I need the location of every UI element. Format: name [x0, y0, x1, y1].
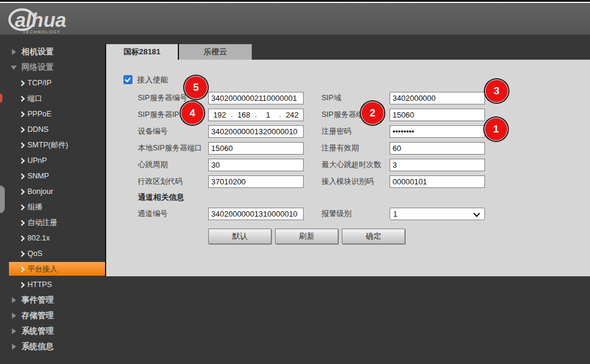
max-heartbeat-timeout-input[interactable] [390, 159, 485, 171]
header-bar: alhua TECHNOLOGY [0, 3, 590, 35]
ip-octet-4[interactable]: 242 [282, 110, 304, 119]
heartbeat-period-input[interactable] [208, 159, 304, 171]
sidebar-item-label: 端口 [27, 91, 42, 106]
sidebar-menu: 相机设置 网络设置 TCP/IP 端口 PPPoE DDNS SMTP(邮件) [0, 44, 105, 354]
channel-row-grid: 通道编号 报警级别 1 [138, 205, 485, 222]
sidebar-item-label: SMTP(邮件) [27, 137, 68, 153]
logo-brand-text: alhua [15, 9, 66, 31]
sidebar-item-port[interactable]: 端口 [0, 91, 105, 106]
sidebar-item-label: Bonjour [27, 184, 53, 199]
sidebar-group-label: 系统信息 [21, 339, 54, 354]
device-id-input[interactable] [208, 125, 304, 138]
field-label-admin-region-code: 行政区划代码 [138, 177, 208, 187]
enable-checkbox[interactable] [123, 75, 132, 84]
annotation-circle-1: 1 [484, 118, 508, 141]
triangle-right-icon [12, 344, 16, 350]
field-label-access-module-id: 接入模块识别码 [322, 177, 390, 187]
dahua-logo: alhua TECHNOLOGY [7, 7, 103, 38]
field-label-sip-domain: SIP域 [322, 93, 390, 103]
sip-server-id-input[interactable] [208, 92, 304, 104]
field-label-channel-id: 通道编号 [138, 209, 208, 219]
sidebar-item-8021x[interactable]: 802.1x [0, 230, 105, 246]
admin-region-code-input[interactable] [208, 175, 304, 188]
chevron-right-icon [19, 81, 25, 87]
sidebar-group-label: 相机设置 [21, 44, 54, 60]
chevron-right-icon [19, 127, 25, 133]
register-password-input[interactable] [390, 125, 485, 138]
chevron-right-icon [19, 143, 25, 149]
sidebar-item-label: 自动注册 [27, 215, 57, 230]
chevron-right-icon [19, 96, 25, 102]
sidebar-group-camera[interactable]: 相机设置 [0, 44, 105, 60]
sip-server-ip-input[interactable]: 192 . 168 . 1 . 242 [208, 109, 304, 121]
sidebar-group-network[interactable]: 网络设置 [0, 60, 105, 75]
sidebar-item-autoregister[interactable]: 自动注册 [0, 215, 105, 230]
sidebar-item-label: DDNS [27, 122, 48, 137]
ip-octet-1[interactable]: 192 [209, 110, 231, 119]
chevron-right-icon [19, 220, 25, 226]
annotation-circle-4: 4 [181, 101, 204, 125]
field-label-device-id: 设备编号 [138, 127, 208, 137]
sidebar-group-event[interactable]: 事件管理 [0, 292, 105, 308]
chevron-right-icon [19, 205, 25, 211]
sidebar-item-multicast[interactable]: 组播 [0, 199, 105, 215]
sidebar-item-smtp[interactable]: SMTP(邮件) [0, 137, 105, 153]
triangle-right-icon [12, 49, 16, 55]
annotation-circle-2: 2 [361, 101, 384, 125]
tab-lechange[interactable]: 乐橙云 [178, 44, 252, 60]
register-validity-input[interactable] [390, 142, 485, 155]
triangle-right-icon [12, 297, 16, 303]
sidebar-item-label: 802.1x [27, 230, 50, 246]
refresh-button[interactable]: 刷新 [275, 229, 338, 244]
sip-server-port-input[interactable] [390, 109, 485, 121]
sidebar-item-qos[interactable]: QoS [0, 246, 105, 261]
channel-section-title: 通道相关信息 [138, 190, 184, 205]
sidebar-group-sysinfo[interactable]: 系统信息 [0, 339, 105, 354]
default-button[interactable]: 默认 [208, 229, 271, 244]
local-sip-port-input[interactable] [208, 142, 304, 155]
annotation-circle-3: 3 [485, 79, 508, 103]
content-panel: 接入使能 SIP服务器编号 SIP域 SIP服务器IP 192 . 168 . … [105, 60, 590, 276]
sidebar-item-label: 组播 [27, 199, 42, 215]
sidebar-item-ddns[interactable]: DDNS [0, 122, 105, 137]
sip-domain-input[interactable] [390, 92, 485, 104]
sidebar-item-label: SNMP [27, 168, 49, 184]
sidebar-group-label: 系统管理 [21, 323, 54, 339]
dahua-config-page: alhua TECHNOLOGY 相机设置 网络设置 TCP/IP 端口 PPP… [0, 0, 590, 364]
sidebar-group-label: 网络设置 [21, 60, 54, 75]
sidebar-item-tcpip[interactable]: TCP/IP [0, 75, 105, 91]
sidebar-item-snmp[interactable]: SNMP [0, 168, 105, 184]
logo-sub-text: TECHNOLOGY [23, 30, 61, 34]
alarm-level-select[interactable]: 1 [390, 208, 485, 220]
sidebar-item-label: TCP/IP [27, 75, 51, 91]
sidebar-item-label: HTTPS [27, 277, 52, 292]
chevron-right-icon [19, 112, 25, 118]
ip-octet-3[interactable]: 1 [257, 110, 279, 119]
chevron-right-icon [19, 236, 25, 242]
sidebar-item-https[interactable]: HTTPS [0, 277, 105, 292]
sidebar-item-bonjour[interactable]: Bonjour [0, 184, 105, 199]
annotation-circle-5: 5 [184, 76, 208, 99]
sidebar-item-upnp[interactable]: UPnP [0, 153, 105, 168]
triangle-right-icon [12, 313, 16, 319]
tab-gb28181[interactable]: 国标28181 [105, 44, 178, 60]
chevron-right-icon [19, 251, 25, 257]
sidebar-item-pppoe[interactable]: PPPoE [0, 106, 105, 122]
sidebar-item-platform-access[interactable]: 平台接入 [0, 261, 105, 277]
button-row: 默认 刷新 确定 [208, 229, 405, 244]
sidebar-group-label: 存储管理 [21, 308, 54, 323]
field-label-alarm-level: 报警级别 [322, 209, 390, 219]
sidebar-group-storage[interactable]: 存储管理 [0, 308, 105, 323]
access-module-id-input[interactable] [390, 175, 485, 188]
channel-id-input[interactable] [208, 208, 304, 220]
chevron-down-icon [473, 210, 480, 217]
sidebar-item-label: QoS [27, 246, 42, 261]
confirm-button[interactable]: 确定 [342, 229, 405, 244]
sidebar-item-label: PPPoE [27, 106, 51, 122]
sidebar-group-system[interactable]: 系统管理 [0, 323, 105, 339]
triangle-right-icon [12, 328, 16, 334]
field-label-heartbeat-period: 心跳周期 [138, 160, 208, 170]
ip-octet-2[interactable]: 168 [233, 110, 255, 119]
chevron-right-icon [19, 189, 25, 195]
sidebar-item-label: UPnP [27, 153, 47, 168]
